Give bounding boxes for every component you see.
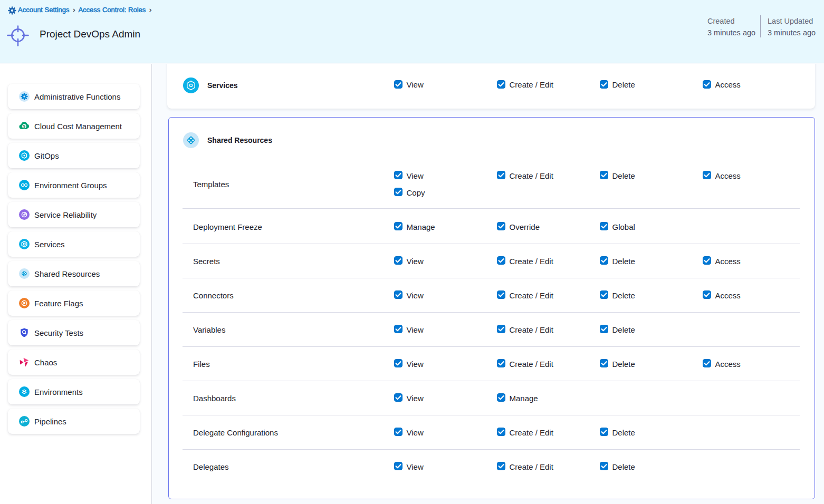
svg-text:$: $: [23, 124, 26, 129]
